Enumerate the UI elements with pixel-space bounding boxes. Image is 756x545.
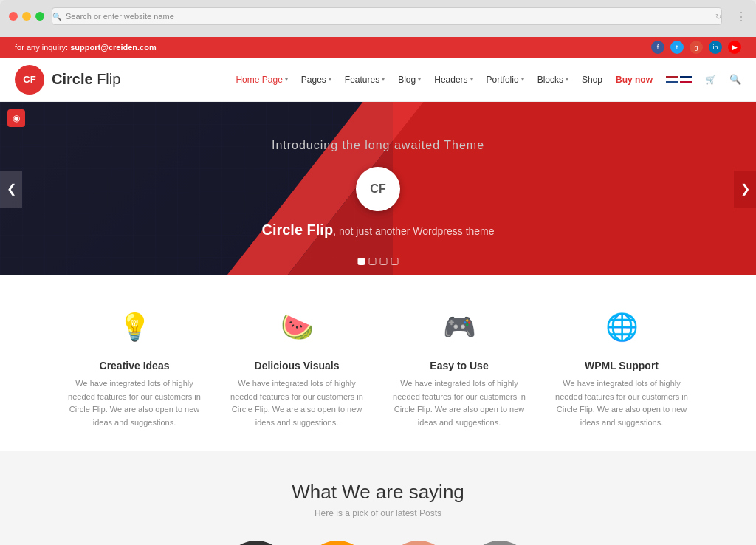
nav-item-shop[interactable]: Shop: [582, 75, 602, 85]
globe-icon: 🌐: [599, 305, 644, 349]
nav-label-pages: Pages: [301, 75, 326, 85]
feature-title-1: Creative Ideas: [64, 360, 205, 371]
hero-badge-icon: ◉: [7, 109, 25, 127]
hero-slider: ◉ Introducing the long awaited Theme CF …: [0, 102, 756, 275]
slider-prev-button[interactable]: ❮: [0, 171, 22, 208]
youtube-icon[interactable]: ▶: [728, 41, 741, 54]
hero-logo-circle: CF: [356, 167, 400, 211]
search-icon[interactable]: 🔍: [729, 74, 741, 85]
feature-desc-2: We have integrated lots of highly needed…: [227, 377, 367, 429]
maximize-button[interactable]: [35, 12, 44, 21]
slider-dot-2[interactable]: [369, 258, 377, 265]
hero-title-light: , not just another Wordpress theme: [333, 225, 494, 237]
logo-name-light: Flip: [93, 71, 121, 87]
website-content: for any inquiry: support@creiden.com f t…: [0, 37, 756, 545]
logo-circle: CF: [15, 65, 44, 95]
blog-post-avatar-4[interactable]: [467, 541, 533, 545]
nav-label-blog: Blog: [398, 75, 416, 85]
chevron-down-icon: ▾: [470, 76, 473, 83]
site-logo: CF Circle Flip: [15, 65, 120, 95]
language-flags: [666, 76, 692, 83]
nav-label-portfolio: Portfolio: [487, 75, 519, 85]
hero-content: Introducing the long awaited Theme CF Ci…: [0, 102, 756, 275]
nav-item-blog[interactable]: Blog ▾: [398, 75, 421, 85]
slider-next-button[interactable]: ❯: [734, 171, 756, 208]
blog-posts-list: [15, 541, 741, 545]
feature-desc-1: We have integrated lots of highly needed…: [64, 377, 205, 429]
watermelon-icon: 🍉: [275, 305, 319, 349]
feature-desc-3: We have integrated lots of highly needed…: [389, 377, 529, 429]
feature-title-4: WPML Support: [551, 360, 692, 371]
slider-dots: [358, 258, 399, 265]
nav-label-buynow: Buy now: [616, 75, 653, 85]
cart-icon[interactable]: 🛒: [705, 75, 716, 85]
hero-title-bold: Circle Flip: [261, 222, 333, 238]
nav-item-features[interactable]: Features ▾: [345, 75, 385, 85]
slider-dot-1[interactable]: [358, 258, 365, 265]
feature-desc-4: We have integrated lots of highly needed…: [551, 377, 692, 429]
facebook-icon[interactable]: f: [651, 41, 664, 54]
close-button[interactable]: [9, 12, 18, 21]
gamepad-icon: 🎮: [437, 305, 481, 349]
blog-section-subtitle: Here is a pick of our latest Posts: [15, 508, 741, 518]
nav-item-pages[interactable]: Pages ▾: [301, 75, 331, 85]
feature-delicious-visuals: 🍉 Delicious Visuals We have integrated l…: [216, 305, 378, 429]
feature-title-3: Easy to Use: [389, 360, 529, 371]
topbar: for any inquiry: support@creiden.com f t…: [0, 37, 756, 58]
chevron-down-icon: ▾: [418, 76, 421, 83]
logo-name-bold: Circle: [52, 71, 93, 87]
nav-label-homepage: Home Page: [236, 75, 282, 85]
nav-item-blocks[interactable]: Blocks ▾: [537, 75, 568, 85]
nav-item-headers[interactable]: Headers ▾: [434, 75, 472, 85]
site-header: CF Circle Flip Home Page ▾ Pages ▾ Featu…: [0, 58, 756, 102]
twitter-icon[interactable]: t: [670, 41, 684, 54]
slider-dot-4[interactable]: [391, 258, 399, 265]
chevron-down-icon: ▾: [382, 76, 385, 83]
flag-netherlands[interactable]: [666, 76, 678, 83]
logo-text: Circle Flip: [52, 71, 120, 88]
nav-item-buynow[interactable]: Buy now: [616, 75, 653, 85]
blog-section-title: What We are saying: [15, 481, 741, 504]
chevron-down-icon: ▾: [566, 76, 568, 83]
linkedin-icon[interactable]: in: [709, 41, 722, 54]
topbar-email: for any inquiry: support@creiden.com: [15, 43, 157, 52]
address-bar-placeholder: Search or enter website name: [66, 12, 174, 21]
features-section: 💡 Creative Ideas We have integrated lots…: [0, 275, 756, 451]
chevron-down-icon: ▾: [285, 76, 288, 83]
browser-window-controls: [9, 12, 44, 21]
feature-creative-ideas: 💡 Creative Ideas We have integrated lots…: [53, 305, 216, 429]
main-nav: Home Page ▾ Pages ▾ Features ▾ Blog ▾ He…: [236, 74, 741, 85]
browser-chrome: 🔍 Search or enter website name ↻ ⋮: [0, 0, 756, 37]
lightbulb-icon: 💡: [112, 305, 157, 349]
blog-post-avatar-1[interactable]: [223, 541, 289, 545]
feature-easy-to-use: 🎮 Easy to Use We have integrated lots of…: [378, 305, 540, 429]
nav-item-homepage[interactable]: Home Page ▾: [236, 75, 287, 85]
blog-post-avatar-3[interactable]: [385, 541, 452, 545]
topbar-social: f t g in ▶: [651, 41, 741, 54]
blog-post-avatar-2[interactable]: [304, 541, 371, 545]
nav-label-shop: Shop: [582, 75, 602, 85]
chevron-down-icon: ▾: [521, 76, 524, 83]
flag-english[interactable]: [680, 76, 692, 83]
slider-dot-3[interactable]: [380, 258, 388, 265]
nav-label-features: Features: [345, 75, 379, 85]
googleplus-icon[interactable]: g: [690, 41, 703, 54]
blog-section: What We are saying Here is a pick of our…: [0, 451, 756, 545]
chevron-down-icon: ▾: [329, 76, 331, 83]
feature-title-2: Delicious Visuals: [227, 360, 367, 371]
nav-label-blocks: Blocks: [537, 75, 563, 85]
address-bar[interactable]: 🔍 Search or enter website name ↻: [52, 7, 722, 25]
feature-wpml-support: 🌐 WPML Support We have integrated lots o…: [540, 305, 703, 429]
nav-label-headers: Headers: [434, 75, 467, 85]
nav-item-portfolio[interactable]: Portfolio ▾: [487, 75, 524, 85]
browser-actions: ⋮: [735, 10, 747, 24]
hero-title: Circle Flip, not just another Wordpress …: [261, 222, 494, 239]
minimize-button[interactable]: [22, 12, 31, 21]
hero-tagline: Introducing the long awaited Theme: [272, 139, 484, 152]
